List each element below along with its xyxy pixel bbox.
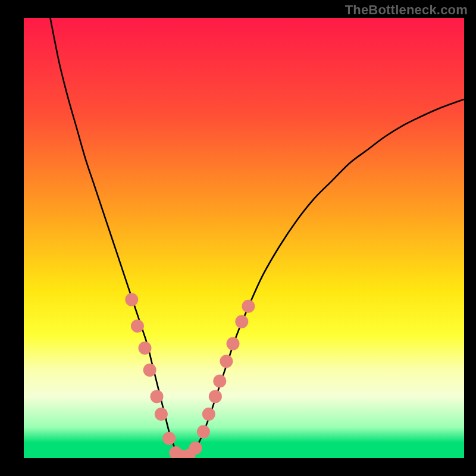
chart-frame: TheBottleneck.com	[0, 0, 476, 476]
highlight-dot	[235, 315, 248, 328]
highlight-dot	[220, 355, 233, 368]
highlight-dot	[131, 320, 144, 333]
highlight-dot	[162, 432, 176, 445]
highlight-dot	[197, 425, 210, 439]
highlight-dot	[213, 375, 226, 388]
highlight-dot	[202, 408, 215, 421]
highlight-dots	[125, 293, 255, 458]
plot-area	[24, 18, 464, 458]
highlight-dot	[209, 390, 222, 403]
highlight-dot	[242, 300, 255, 313]
highlight-dot	[227, 337, 240, 350]
highlight-dot	[139, 342, 152, 355]
highlight-dot	[150, 390, 163, 403]
watermark-text: TheBottleneck.com	[345, 2, 468, 18]
curve-layer	[24, 18, 464, 458]
bottleneck-curve	[50, 18, 464, 457]
highlight-dot	[125, 293, 138, 306]
highlight-dot	[155, 408, 168, 421]
highlight-dot	[143, 364, 156, 377]
highlight-dot	[189, 441, 202, 455]
